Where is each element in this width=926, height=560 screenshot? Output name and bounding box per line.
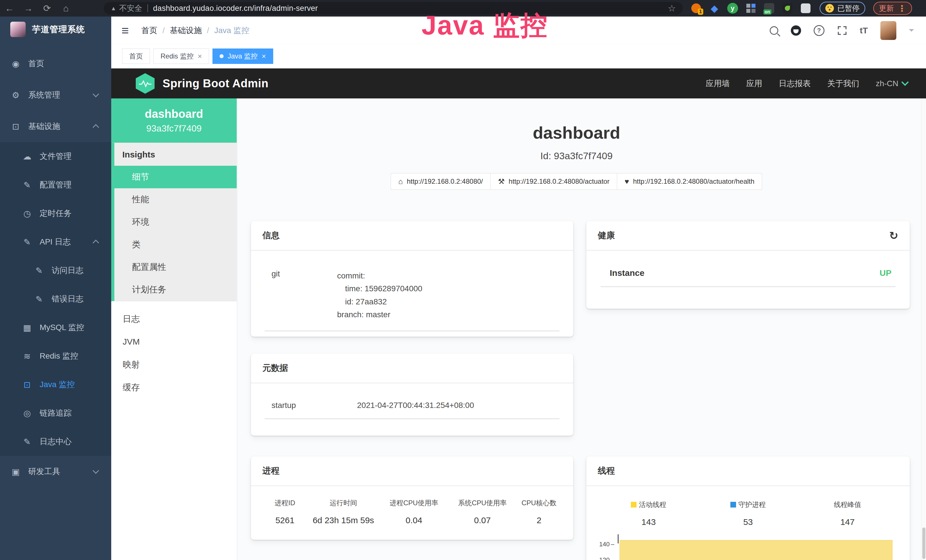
sba-nav-journal[interactable]: 日志报表 [779,78,811,89]
insights-group-title: Insights [114,143,237,166]
y-axis-tick: 140– [599,540,614,548]
back-icon[interactable]: ← [0,0,19,17]
extension-icon-leaf[interactable] [781,2,793,14]
sidebar-item-error-log[interactable]: ✎ 错误日志 [0,285,111,313]
column-header: 进程ID [263,498,306,507]
sidebar-item-trace[interactable]: ◎ 链路追踪 [0,399,111,427]
sba-item-caches[interactable]: 缓存 [111,376,237,399]
forward-icon[interactable]: → [19,0,38,17]
sba-item-jvm[interactable]: JVM [111,330,237,353]
chrome-update-button[interactable]: 更新 ⋮ [873,2,912,15]
metadata-row: startup 2021-04-27T00:44:31.254+08:00 [265,394,560,419]
actuator-url-button[interactable]: ⚒ http://192.168.0.2:48080/actuator [490,173,617,190]
sidebar-item-redis[interactable]: ≋ Redis 监控 [0,342,111,370]
breadcrumb-infra[interactable]: 基础设施 [170,25,202,36]
github-icon[interactable] [791,26,801,36]
close-icon[interactable]: × [198,53,202,60]
sba-item-classes[interactable]: 类 [114,233,237,256]
extension-icon-orange[interactable]: 1 [690,2,702,14]
reload-icon[interactable]: ⟳ [38,0,56,17]
sidebar-item-config[interactable]: ✎ 配置管理 [0,171,111,199]
sba-navbar: Spring Boot Admin 应用墙 应用 日志报表 关于我们 zh-CN [111,68,926,98]
y-axis-line [618,534,619,543]
help-icon[interactable]: ? [814,25,825,36]
sba-item-configprops[interactable]: 配置属性 [114,256,237,278]
breadcrumb-home[interactable]: 首页 [141,25,157,36]
user-avatar[interactable] [881,21,896,40]
browser-menu-icon[interactable]: ⋮ [898,3,906,14]
sba-item-environment[interactable]: 环境 [114,211,237,233]
sidebar-item-label: 错误日志 [51,294,83,304]
sidebar-item-devtools[interactable]: ▣ 研发工具 [0,456,111,487]
sidebar-item-mysql[interactable]: ▦ MySQL 监控 [0,313,111,342]
sidebar-item-system[interactable]: ⚙ 系统管理 [0,79,111,111]
update-label: 更新 [879,3,894,14]
sba-nav-wallboard[interactable]: 应用墙 [706,78,730,89]
sidebar-item-label: Redis 监控 [39,351,78,362]
card-title: 信息 [262,230,280,241]
locale-label: zh-CN [876,79,898,88]
locale-selector[interactable]: zh-CN [876,79,908,88]
card-body: Instance UP [586,250,910,297]
sidebar-item-home[interactable]: ◉ 首页 [0,48,111,79]
extension-icon-pin[interactable]: ◆ [708,2,720,14]
card-body: 进程ID 运行时间 进程CPU使用率 系统CPU使用率 CPU核心数 5261 … [251,486,573,536]
text-size-icon[interactable]: tT [860,26,868,35]
sba-logo-icon[interactable] [136,73,154,94]
sidebar-item-label: 基础设施 [28,121,60,132]
sidebar-item-access-log[interactable]: ✎ 访问日志 [0,256,111,285]
sba-item-mappings[interactable]: 映射 [111,353,237,376]
heart-icon: ♥ [625,177,629,186]
search-icon[interactable] [770,26,778,35]
sidebar-item-files[interactable]: ☁ 文件管理 [0,142,111,171]
extensions-puzzle-icon[interactable] [800,2,812,14]
instance-title: dashboard [237,123,916,143]
warning-icon: ▲ [110,5,117,12]
sba-item-logging[interactable]: 日志 [111,307,237,330]
service-url-button[interactable]: ⌂ http://192.168.0.2:48080/ [391,173,491,190]
active-tab-dot [219,54,224,58]
fullscreen-icon[interactable] [837,26,847,36]
tab-redis[interactable]: Redis 监控 × [153,48,209,64]
sba-item-details[interactable]: 细节 [111,166,237,188]
scrollbar-thumb[interactable] [922,527,925,559]
extension-icon-green[interactable]: y [727,2,738,14]
tab-home[interactable]: 首页 [122,48,150,64]
close-icon[interactable]: × [262,53,266,60]
sidebar-item-jobs[interactable]: ◷ 定时任务 [0,199,111,228]
health-url-button[interactable]: ♥ http://192.168.0.2:48080/actuator/heal… [617,173,762,190]
cell-system-cpu: 0.07 [448,516,517,525]
sba-item-scheduled[interactable]: 计划任务 [114,278,237,301]
legend-label: 守护进程 [738,500,766,509]
collapse-sidebar-icon[interactable]: ≡ [121,24,129,37]
profile-paused-chip[interactable]: 已暂停 [820,2,865,15]
sidebar-item-log-center[interactable]: ✎ 日志中心 [0,427,111,456]
scrollbar[interactable] [921,98,926,560]
sidebar-item-java[interactable]: ⊡ Java 监控 [0,370,111,399]
security-label[interactable]: 不安全 [119,3,142,14]
sba-nav-applications[interactable]: 应用 [746,78,762,89]
edit-icon: ✎ [21,437,33,447]
sba-nav-about[interactable]: 关于我们 [827,78,859,89]
history-icon[interactable]: ↺ [889,230,898,241]
legend-peak: 线程峰值 147 [798,500,897,527]
header-actions: ? tT [770,21,914,40]
tab-java[interactable]: Java 监控 × [212,48,273,64]
git-id-line: id: 27aa832 [337,295,558,308]
eye-icon: ◎ [21,408,33,418]
sidebar-item-infra[interactable]: ⊡ 基础设施 [0,111,111,142]
app-logo[interactable]: 芋道管理系统 [0,17,111,41]
avatar-caret-icon[interactable] [909,29,914,34]
extension-icon-on[interactable]: on [763,2,775,14]
url-text[interactable]: dashboard.yudao.iocoder.cn/infra/admin-s… [153,4,318,13]
bookmark-star-icon[interactable]: ☆ [667,3,676,14]
sba-brand-title[interactable]: Spring Boot Admin [163,77,268,90]
extension-glyph: y [727,3,738,14]
home-icon[interactable]: ⌂ [56,0,75,17]
extension-icon-grid[interactable] [745,2,757,14]
address-bar[interactable]: ▲ 不安全 dashboard.yudao.iocoder.cn/infra/a… [104,2,683,15]
health-row[interactable]: Instance UP [601,261,896,287]
sidebar-item-api-log[interactable]: ✎ API 日志 [0,228,111,256]
legend-value: 53 [698,517,798,527]
sba-item-metrics[interactable]: 性能 [114,188,237,211]
